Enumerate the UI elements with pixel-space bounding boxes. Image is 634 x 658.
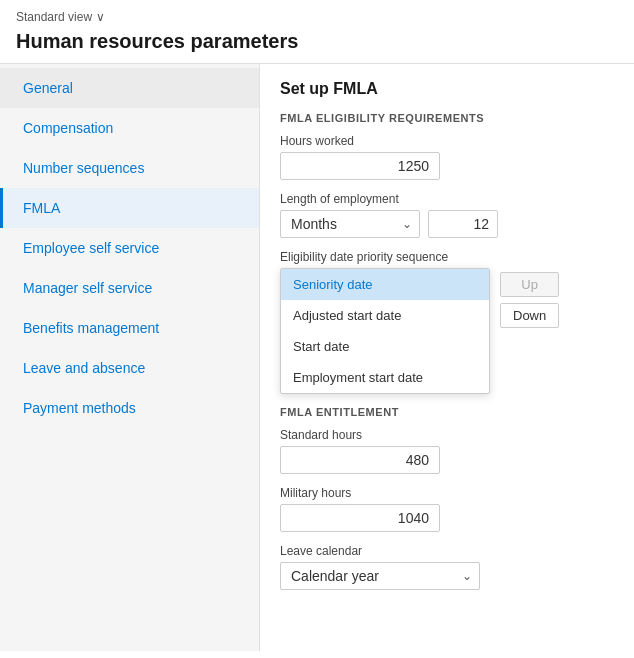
eligibility-subsection-label: FMLA ELIGIBILITY REQUIREMENTS [280,112,614,124]
up-down-buttons: Up Down [500,268,559,328]
priority-sequence-group: Eligibility date priority sequence Senio… [280,250,614,394]
standard-hours-group: Standard hours [280,428,614,474]
sidebar-item-number-sequences[interactable]: Number sequences [0,148,259,188]
priority-option-adjusted-start[interactable]: Adjusted start date [281,300,489,331]
priority-option-employment-start[interactable]: Employment start date [281,362,489,393]
sidebar-item-employee-self-service[interactable]: Employee self service [0,228,259,268]
hours-worked-group: Hours worked [280,134,614,180]
employment-length-group: Length of employment Months Years Days ⌄ [280,192,614,238]
employment-length-select-wrapper: Months Years Days ⌄ [280,210,420,238]
military-hours-group: Military hours [280,486,614,532]
top-bar: Standard view ∨ [0,0,634,28]
hours-worked-label: Hours worked [280,134,614,148]
entitlement-section: FMLA ENTITLEMENT Standard hours Military… [280,406,614,590]
leave-calendar-select-wrapper: Calendar year Fiscal year ⌄ [280,562,480,590]
down-button[interactable]: Down [500,303,559,328]
standard-hours-label: Standard hours [280,428,614,442]
employment-length-label: Length of employment [280,192,614,206]
leave-calendar-select[interactable]: Calendar year Fiscal year [280,562,480,590]
sidebar-item-benefits-management[interactable]: Benefits management [0,308,259,348]
priority-label: Eligibility date priority sequence [280,250,614,264]
priority-dropdown-container: Seniority date Adjusted start date Start… [280,268,490,394]
sidebar-item-payment-methods[interactable]: Payment methods [0,388,259,428]
priority-option-start[interactable]: Start date [281,331,489,362]
priority-dropdown-menu: Seniority date Adjusted start date Start… [280,268,490,394]
entitlement-subsection-label: FMLA ENTITLEMENT [280,406,614,418]
sidebar-item-manager-self-service[interactable]: Manager self service [0,268,259,308]
main-layout: General Compensation Number sequences FM… [0,63,634,651]
hours-worked-input[interactable] [280,152,440,180]
employment-length-number-input[interactable] [428,210,498,238]
employment-length-select[interactable]: Months Years Days [280,210,420,238]
priority-option-seniority[interactable]: Seniority date [281,269,489,300]
leave-calendar-label: Leave calendar [280,544,614,558]
military-hours-input[interactable] [280,504,440,532]
standard-hours-input[interactable] [280,446,440,474]
standard-view-label[interactable]: Standard view [16,10,92,24]
sidebar-item-leave-and-absence[interactable]: Leave and absence [0,348,259,388]
military-hours-label: Military hours [280,486,614,500]
chevron-down-icon[interactable]: ∨ [96,10,105,24]
content-area: Set up FMLA FMLA ELIGIBILITY REQUIREMENT… [260,64,634,651]
up-button[interactable]: Up [500,272,559,297]
sidebar-item-fmla[interactable]: FMLA [0,188,259,228]
leave-calendar-group: Leave calendar Calendar year Fiscal year… [280,544,614,590]
page-title: Human resources parameters [0,28,634,63]
sidebar-item-general[interactable]: General [0,68,259,108]
sidebar: General Compensation Number sequences FM… [0,64,260,651]
section-title: Set up FMLA [280,80,614,98]
sidebar-item-compensation[interactable]: Compensation [0,108,259,148]
employment-length-row: Months Years Days ⌄ [280,210,614,238]
